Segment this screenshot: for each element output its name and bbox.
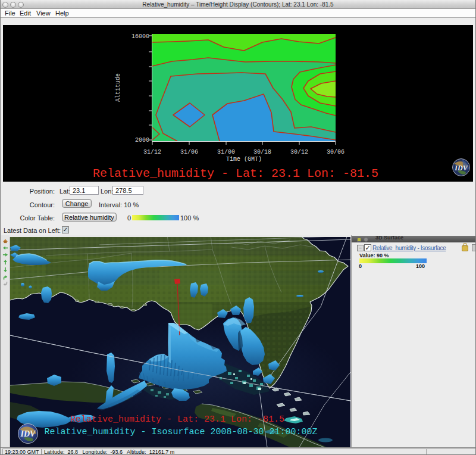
svg-text:31/00: 31/00 xyxy=(217,149,235,155)
svg-text:31/06: 31/06 xyxy=(180,149,198,155)
svg-text:2000: 2000 xyxy=(135,137,149,144)
svg-text:31/12: 31/12 xyxy=(143,149,161,155)
svg-text:30/06: 30/06 xyxy=(327,149,345,155)
svg-text:Relative_humidity - Lat: 23.1: Relative_humidity - Lat: 23.1 Lon: -81.5 xyxy=(70,415,284,425)
svg-text:Time (GMT): Time (GMT) xyxy=(226,156,262,163)
svg-text:30/12: 30/12 xyxy=(290,149,308,155)
svg-text:16000: 16000 xyxy=(131,33,149,40)
svg-text:Relative_humidity - Isosurface: Relative_humidity - Isosurface 2008-08-3… xyxy=(44,427,317,437)
svg-text:Altitude: Altitude xyxy=(115,73,121,102)
svg-text:IDV: IDV xyxy=(454,164,468,172)
svg-text:30/18: 30/18 xyxy=(253,149,271,155)
svg-text:IDV: IDV xyxy=(20,429,37,438)
svg-text:Relative_humidity - Lat: 23.1: Relative_humidity - Lat: 23.1 Lon: -81.5 xyxy=(93,167,378,180)
